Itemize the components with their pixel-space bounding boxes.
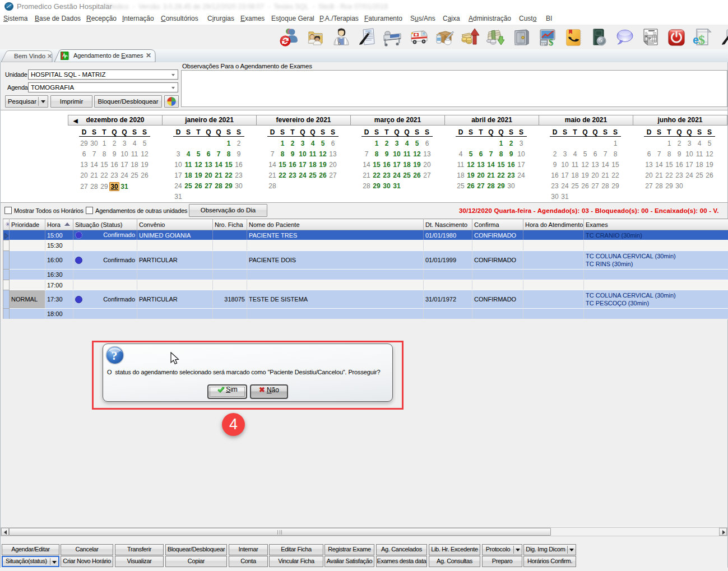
svg-text:$: $ — [698, 33, 705, 47]
svg-text:?: ? — [112, 349, 118, 363]
svg-text:$: $ — [549, 37, 554, 48]
svg-text:e: e — [693, 34, 699, 46]
